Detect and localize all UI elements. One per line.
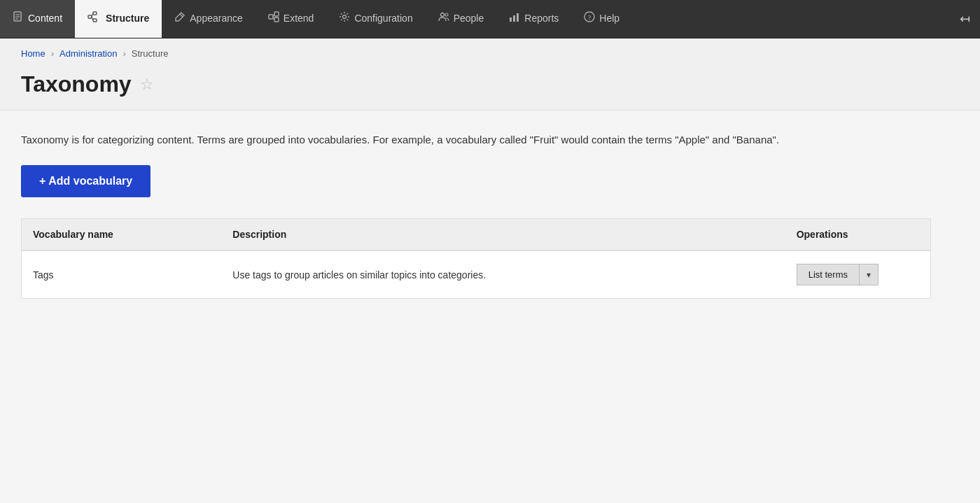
vocab-ops-tags: List terms ▾ — [785, 250, 931, 299]
breadcrumb-home[interactable]: Home — [21, 48, 46, 59]
svg-rect-6 — [93, 19, 97, 22]
appearance-icon — [174, 11, 186, 25]
structure-icon — [88, 11, 102, 25]
breadcrumb-sep-1: › — [51, 48, 54, 59]
table-header-row: Vocabulary name Description Operations — [22, 219, 931, 251]
top-navigation: Content Structure Appearance — [0, 0, 980, 38]
svg-rect-12 — [274, 17, 279, 22]
nav-item-people[interactable]: People — [426, 0, 497, 38]
svg-rect-19 — [513, 15, 515, 22]
page-title: Taxonomy — [21, 71, 132, 97]
nav-item-reports[interactable]: Reports — [496, 0, 571, 38]
breadcrumb-admin[interactable]: Administration — [59, 48, 117, 59]
nav-label-appearance: Appearance — [190, 13, 243, 24]
vocab-name-tags: Tags — [22, 250, 222, 299]
nav-label-extend: Extend — [284, 13, 314, 24]
svg-point-17 — [445, 13, 448, 16]
svg-rect-20 — [517, 13, 519, 22]
breadcrumb: Home › Administration › Structure — [21, 48, 959, 59]
reports-icon — [509, 11, 520, 25]
nav-item-structure[interactable]: Structure — [75, 0, 162, 38]
col-header-description: Description — [221, 219, 785, 251]
people-icon — [438, 11, 449, 25]
svg-point-16 — [440, 13, 444, 16]
nav-item-help[interactable]: ? Help — [571, 0, 632, 38]
operations-button-group: List terms ▾ — [797, 264, 919, 285]
nav-label-structure: Structure — [106, 13, 149, 24]
nav-item-content[interactable]: Content — [0, 0, 75, 38]
help-icon: ? — [584, 11, 595, 25]
nav-label-configuration: Configuration — [354, 13, 412, 24]
svg-rect-10 — [269, 15, 273, 19]
nav-label-content: Content — [28, 13, 62, 24]
main-content: Taxonomy is for categorizing content. Te… — [0, 111, 980, 320]
col-header-operations: Operations — [785, 219, 931, 251]
svg-rect-18 — [510, 17, 512, 22]
extend-icon — [268, 11, 279, 25]
breadcrumb-sep-2: › — [122, 48, 125, 59]
taxonomy-description: Taxonomy is for categorizing content. Te… — [21, 132, 931, 148]
nav-collapse-button[interactable]: ↤ — [950, 0, 980, 38]
svg-rect-11 — [274, 12, 279, 16]
nav-item-extend[interactable]: Extend — [255, 0, 327, 38]
nav-label-people: People — [454, 13, 484, 24]
svg-point-15 — [343, 15, 346, 18]
vocab-desc-tags: Use tags to group articles on similar to… — [221, 250, 785, 299]
nav-label-reports: Reports — [524, 13, 559, 24]
svg-rect-4 — [88, 15, 92, 18]
nav-item-configuration[interactable]: Configuration — [326, 0, 425, 38]
svg-rect-5 — [93, 12, 97, 15]
operations-dropdown-button[interactable]: ▾ — [859, 264, 878, 285]
page-title-row: Taxonomy ☆ — [21, 64, 959, 110]
svg-line-7 — [92, 13, 93, 17]
bookmark-star-icon[interactable]: ☆ — [140, 76, 154, 94]
content-icon — [13, 11, 24, 25]
nav-label-help: Help — [599, 13, 620, 24]
vocabulary-table: Vocabulary name Description Operations T… — [21, 218, 931, 299]
list-terms-button[interactable]: List terms — [797, 264, 859, 285]
breadcrumb-current: Structure — [132, 48, 169, 59]
collapse-icon: ↤ — [960, 11, 970, 27]
configuration-icon — [339, 11, 350, 25]
svg-text:?: ? — [588, 13, 592, 21]
col-header-name: Vocabulary name — [22, 219, 222, 251]
svg-line-8 — [92, 17, 93, 20]
nav-item-appearance[interactable]: Appearance — [162, 0, 255, 38]
table-row: Tags Use tags to group articles on simil… — [22, 250, 931, 299]
breadcrumb-area: Home › Administration › Structure Taxono… — [0, 38, 980, 111]
add-vocabulary-button[interactable]: + Add vocabulary — [21, 165, 150, 197]
svg-line-9 — [180, 14, 183, 17]
